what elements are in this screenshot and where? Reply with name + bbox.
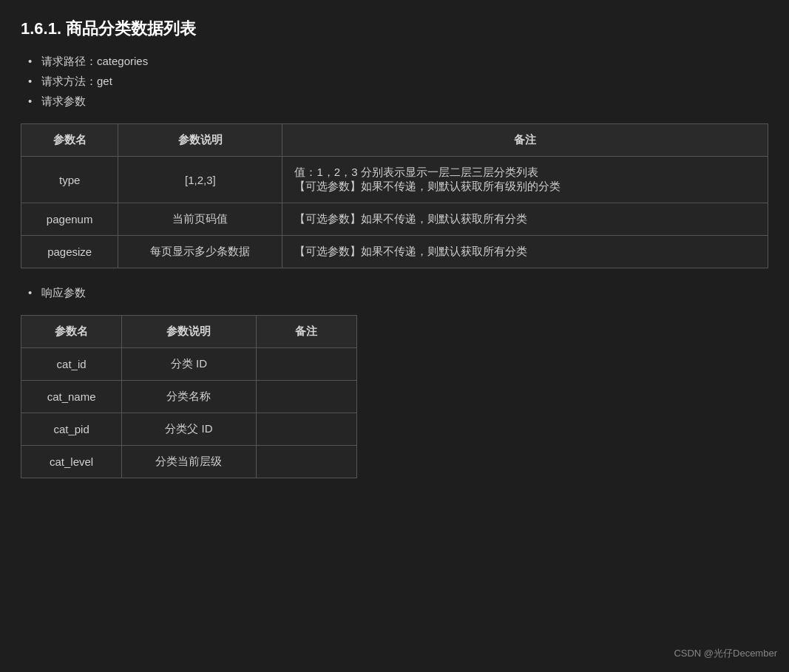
request-method-item: 请求方法：get: [28, 75, 768, 89]
request-row-desc: 每页显示多少条数据: [118, 236, 282, 268]
request-path-label: 请求路径：: [41, 55, 97, 67]
response-params-item: 响应参数: [28, 286, 768, 300]
request-method-value: get: [97, 75, 112, 87]
request-header-note: 备注: [282, 124, 768, 157]
request-header-param: 参数名: [21, 124, 118, 157]
request-header-desc: 参数说明: [118, 124, 282, 157]
response-row-desc: 分类 ID: [122, 348, 257, 381]
request-path-value: categories: [97, 55, 148, 67]
response-table-header-row: 参数名 参数说明 备注: [21, 316, 357, 348]
request-row-desc: [1,2,3]: [118, 157, 282, 203]
request-method-label: 请求方法：: [41, 75, 97, 87]
request-row-note: 【可选参数】如果不传递，则默认获取所有分类: [282, 203, 768, 236]
request-info-list: 请求路径：categories 请求方法：get 请求参数: [21, 55, 768, 109]
request-params-label: 请求参数: [41, 95, 86, 107]
page-title: 1.6.1. 商品分类数据列表: [21, 18, 768, 40]
request-row-param: pagesize: [21, 236, 118, 268]
request-row-param: pagenum: [21, 203, 118, 236]
response-table-row: cat_level分类当前层级: [21, 446, 357, 478]
response-header-desc: 参数说明: [122, 316, 257, 348]
response-info-list: 响应参数: [21, 286, 768, 300]
response-row-param: cat_name: [21, 381, 122, 413]
request-row-desc: 当前页码值: [118, 203, 282, 236]
request-row-note: 【可选参数】如果不传递，则默认获取所有分类: [282, 236, 768, 268]
request-table-row: pagesize每页显示多少条数据【可选参数】如果不传递，则默认获取所有分类: [21, 236, 768, 268]
request-table-header-row: 参数名 参数说明 备注: [21, 124, 768, 157]
response-row-desc: 分类名称: [122, 381, 257, 413]
response-params-table: 参数名 参数说明 备注 cat_id分类 IDcat_name分类名称cat_p…: [21, 315, 357, 478]
response-header-param: 参数名: [21, 316, 122, 348]
request-path-item: 请求路径：categories: [28, 55, 768, 69]
response-row-param: cat_id: [21, 348, 122, 381]
response-table-row: cat_id分类 ID: [21, 348, 357, 381]
response-row-note: [256, 381, 356, 413]
request-params-table: 参数名 参数说明 备注 type[1,2,3]值：1，2，3 分别表示显示一层二…: [21, 123, 768, 268]
response-header-note: 备注: [256, 316, 356, 348]
response-table-row: cat_pid分类父 ID: [21, 413, 357, 446]
response-row-note: [256, 348, 356, 381]
response-row-param: cat_level: [21, 446, 122, 478]
request-table-row: pagenum当前页码值【可选参数】如果不传递，则默认获取所有分类: [21, 203, 768, 236]
response-row-param: cat_pid: [21, 413, 122, 446]
response-params-label: 响应参数: [41, 286, 86, 299]
request-row-note: 值：1，2，3 分别表示显示一层二层三层分类列表【可选参数】如果不传递，则默认获…: [282, 157, 768, 203]
watermark: CSDN @光仔December: [674, 647, 777, 660]
response-row-desc: 分类父 ID: [122, 413, 257, 446]
request-table-row: type[1,2,3]值：1，2，3 分别表示显示一层二层三层分类列表【可选参数…: [21, 157, 768, 203]
request-params-item: 请求参数: [28, 95, 768, 109]
response-row-desc: 分类当前层级: [122, 446, 257, 478]
response-row-note: [256, 446, 356, 478]
request-row-param: type: [21, 157, 118, 203]
response-table-row: cat_name分类名称: [21, 381, 357, 413]
response-row-note: [256, 413, 356, 446]
